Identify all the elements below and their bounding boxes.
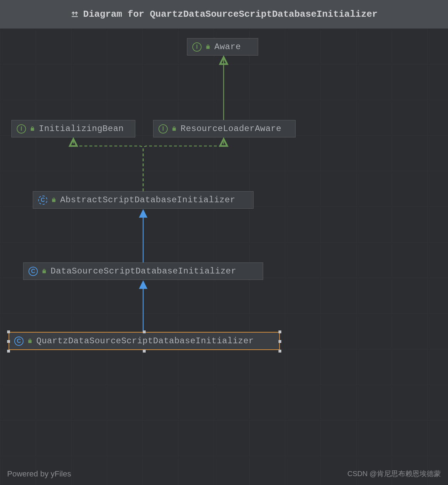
node-dataSourceInit[interactable]: C DataSourceScriptDatabaseInitializer [23,262,263,280]
hierarchy-icon [71,10,80,19]
node-abstractInit[interactable]: C AbstractScriptDatabaseInitializer [33,191,254,209]
node-label: InitializingBean [39,124,124,134]
footer-attribution: Powered by yFiles [7,469,71,479]
lock-icon [30,126,35,132]
node-quartzInit[interactable]: C QuartzDataSourceScriptDatabaseInitiali… [9,332,280,350]
class-icon: C [14,337,24,346]
lock-icon [41,268,47,274]
interface-icon: I [17,124,26,134]
interface-icon: I [192,42,202,52]
lock-icon [205,44,211,50]
selection-handle[interactable] [143,330,146,333]
selection-handle[interactable] [7,340,10,343]
node-label: QuartzDataSourceScriptDatabaseInitialize… [36,336,254,346]
selection-handle[interactable] [278,340,281,343]
node-initializingBean[interactable]: I InitializingBean [11,120,135,137]
node-label: DataSourceScriptDatabaseInitializer [51,266,236,276]
node-label: ResourceLoaderAware [181,124,281,134]
selection-handle[interactable] [278,350,281,353]
selection-handle[interactable] [143,350,146,353]
node-resourceLoaderAware[interactable]: I ResourceLoaderAware [153,120,296,137]
selection-handle[interactable] [7,330,10,333]
node-aware[interactable]: I Aware [187,38,258,56]
lock-icon [171,126,177,132]
footer-watermark: CSDN @肯尼思布赖恩埃德蒙 [347,469,441,479]
selection-handle[interactable] [7,350,10,353]
abstract-class-icon: C [38,195,47,205]
node-label: Aware [214,42,241,52]
interface-icon: I [158,124,168,134]
diagram-title: Diagram for QuartzDataSourceScriptDataba… [83,9,378,20]
lock-icon [27,338,33,344]
node-label: AbstractScriptDatabaseInitializer [60,195,235,205]
lock-icon [51,197,57,203]
diagram-canvas[interactable]: I Aware I InitializingBean I ResourceLoa… [0,28,448,485]
selection-handle[interactable] [278,330,281,333]
class-icon: C [28,267,38,276]
canvas-grid [0,28,448,485]
diagram-header: Diagram for QuartzDataSourceScriptDataba… [0,0,448,28]
